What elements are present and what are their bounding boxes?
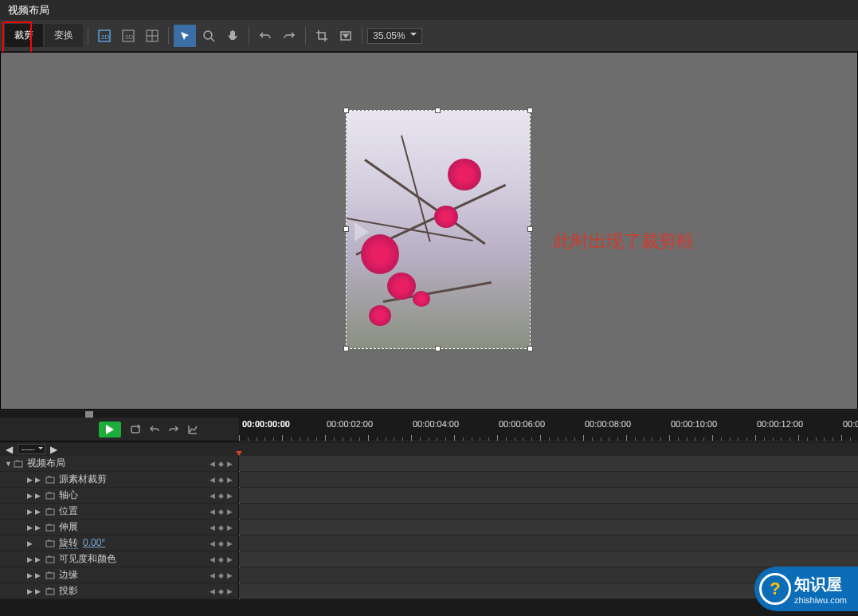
- next-keyframe[interactable]: ▶: [225, 476, 233, 484]
- crop-handle-mr[interactable]: [527, 226, 533, 232]
- add-keyframe[interactable]: ◆: [217, 555, 225, 563]
- tab-transform[interactable]: 变换: [45, 24, 83, 47]
- next-keyframe[interactable]: ▶: [225, 492, 233, 500]
- next-keyframe[interactable]: ▶: [225, 571, 233, 579]
- track-lane[interactable]: [239, 551, 858, 567]
- mode-2d-button[interactable]: 2D: [93, 25, 116, 47]
- zoom-select[interactable]: 35.05%: [367, 28, 422, 44]
- track-lane[interactable]: [239, 520, 858, 535]
- scrub-handle[interactable]: [85, 411, 93, 418]
- prev-keyframe[interactable]: ◀: [208, 492, 216, 500]
- track-label[interactable]: 源素材裁剪: [59, 473, 208, 486]
- add-keyframe[interactable]: ◆: [217, 492, 225, 500]
- prev-keyframe[interactable]: ◀: [208, 460, 216, 468]
- track-label[interactable]: 可见度和颜色: [59, 552, 208, 566]
- rate-select[interactable]: -----: [18, 444, 45, 454]
- track-label[interactable]: 边缘: [59, 568, 208, 582]
- track-row: ▶▶位置◀◆▶: [0, 504, 858, 520]
- expand-toggle[interactable]: ▶: [27, 555, 35, 563]
- track-label[interactable]: 旋转0.00°: [59, 536, 208, 550]
- time-ruler[interactable]: 00:00:00:00 00:00:02:00 00:00:04:00 00:0…: [239, 418, 858, 441]
- sub-expand[interactable]: ▶: [35, 492, 45, 500]
- next-keyframe[interactable]: ▶: [225, 524, 233, 532]
- grid-button[interactable]: [141, 25, 163, 47]
- add-keyframe[interactable]: ◆: [217, 476, 225, 484]
- layer-icon: [45, 475, 56, 485]
- crop-handle-bl[interactable]: [343, 346, 349, 351]
- track-label[interactable]: 投影: [59, 584, 208, 598]
- track-lane[interactable]: [239, 472, 858, 487]
- expand-toggle[interactable]: ▶: [27, 492, 35, 500]
- graph-button[interactable]: [183, 420, 202, 439]
- add-keyframe[interactable]: ◆: [217, 539, 225, 547]
- crop-handle-bm[interactable]: [435, 346, 441, 351]
- mode-3d-button[interactable]: 3D: [117, 25, 139, 47]
- zoom-tool[interactable]: [198, 25, 220, 47]
- rotation-value[interactable]: 0.00°: [83, 537, 105, 548]
- track-lane[interactable]: [239, 456, 858, 471]
- next-frame-button[interactable]: ▶: [49, 444, 60, 455]
- crop-tool[interactable]: [311, 25, 333, 47]
- crop-handle-tl[interactable]: [343, 108, 349, 113]
- prev-frame-button[interactable]: ◀: [3, 444, 14, 455]
- track-lane[interactable]: [239, 504, 858, 519]
- scrub-bar[interactable]: [0, 410, 858, 418]
- prev-keyframe[interactable]: ◀: [208, 524, 216, 532]
- expand-toggle[interactable]: ▶: [27, 539, 35, 547]
- zoom-value: 35.05%: [373, 30, 405, 41]
- expand-toggle[interactable]: ▼: [5, 460, 13, 468]
- add-keyframe[interactable]: ◆: [217, 587, 225, 595]
- next-keyframe[interactable]: ▶: [225, 508, 233, 516]
- sub-expand[interactable]: ▶: [35, 555, 45, 563]
- next-keyframe[interactable]: ▶: [225, 587, 233, 595]
- redo-button[interactable]: [278, 25, 300, 47]
- undo-button[interactable]: [254, 25, 276, 47]
- prev-keyframe[interactable]: ◀: [208, 539, 216, 547]
- expand-toggle[interactable]: ▶: [27, 571, 35, 579]
- next-keyframe[interactable]: ▶: [225, 555, 233, 563]
- sub-expand[interactable]: ▶: [35, 476, 45, 484]
- next-keyframe[interactable]: ▶: [225, 460, 233, 468]
- track-label[interactable]: 位置: [59, 504, 208, 518]
- add-keyframe[interactable]: ◆: [217, 508, 225, 516]
- track-lane[interactable]: [239, 536, 858, 551]
- add-keyframe[interactable]: ◆: [217, 524, 225, 532]
- track-row: ▶▶源素材裁剪◀◆▶: [0, 472, 858, 488]
- prev-keyframe[interactable]: ◀: [208, 571, 216, 579]
- crop-handle-tr[interactable]: [527, 108, 533, 113]
- expand-toggle[interactable]: ▶: [27, 524, 35, 532]
- crop-frame[interactable]: [346, 110, 531, 349]
- prev-keyframe[interactable]: ◀: [208, 476, 216, 484]
- expand-toggle[interactable]: ▶: [27, 476, 35, 484]
- safe-area-button[interactable]: [335, 25, 357, 47]
- play-button[interactable]: [99, 422, 121, 437]
- crop-handle-ml[interactable]: [343, 226, 349, 232]
- canvas-area[interactable]: 此时出现了裁剪框: [0, 52, 858, 410]
- add-keyframe[interactable]: ◆: [217, 460, 225, 468]
- track-lane[interactable]: [239, 488, 858, 503]
- crop-handle-br[interactable]: [527, 346, 533, 351]
- expand-toggle[interactable]: ▶: [27, 587, 35, 595]
- track-label[interactable]: 视频布局: [27, 457, 208, 470]
- sub-expand[interactable]: ▶: [35, 587, 45, 595]
- expand-toggle[interactable]: ▶: [27, 508, 35, 516]
- tab-crop[interactable]: 裁剪: [5, 24, 43, 47]
- layer-icon: [45, 523, 56, 532]
- next-keyframe[interactable]: ▶: [225, 539, 233, 547]
- track-label[interactable]: 伸展: [59, 520, 208, 534]
- sub-expand[interactable]: ▶: [35, 571, 45, 579]
- undo-timeline[interactable]: [145, 420, 164, 439]
- loop-button[interactable]: [126, 420, 145, 439]
- prev-keyframe[interactable]: ◀: [208, 587, 216, 595]
- hand-tool[interactable]: [221, 25, 244, 47]
- sub-expand[interactable]: ▶: [35, 508, 45, 516]
- sub-expand[interactable]: ▶: [35, 524, 45, 532]
- redo-timeline[interactable]: [164, 420, 183, 439]
- prev-keyframe[interactable]: ◀: [208, 555, 216, 563]
- add-keyframe[interactable]: ◆: [217, 571, 225, 579]
- track-label[interactable]: 轴心: [59, 488, 208, 502]
- crop-handle-tm[interactable]: [435, 108, 441, 113]
- select-tool[interactable]: [174, 25, 196, 47]
- prev-keyframe[interactable]: ◀: [208, 508, 216, 516]
- timeline-panel: 00:00:00:00 00:00:02:00 00:00:04:00 00:0…: [0, 410, 858, 599]
